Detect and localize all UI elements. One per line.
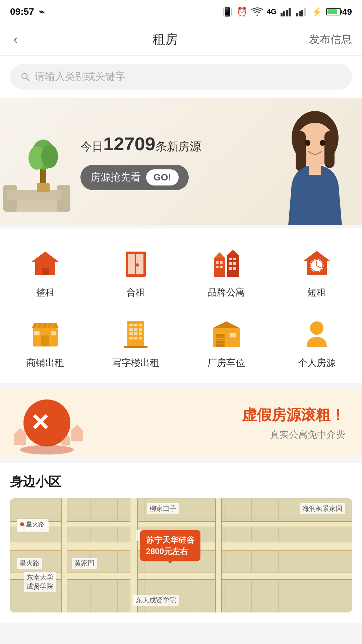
svg-rect-30	[128, 254, 135, 274]
map-pin[interactable]: 苏宁天华硅谷 2800元左右	[140, 530, 200, 561]
svg-rect-13	[7, 190, 62, 200]
brand-icon	[209, 247, 243, 280]
poi-xinghuolu: 星火路	[17, 519, 48, 530]
map-container[interactable]: 柳家口子 海润枫景家园 北斗大厦 首家园 星火路 黄家凹 东南大学成贤学院 东大…	[10, 498, 352, 612]
map-label-hairun: 海润枫景家园	[300, 503, 345, 514]
brand-label: 品牌公寓	[207, 286, 245, 299]
svg-rect-37	[216, 266, 219, 268]
svg-marker-75	[213, 321, 240, 328]
status-bar: 09:57 ⌁ 📳 ⏰ 4G	[0, 0, 362, 23]
vibrate-icon: 📳	[222, 7, 233, 17]
ad-title: 虚假房源滚粗！	[101, 405, 345, 425]
svg-rect-86	[71, 431, 83, 441]
signal-4g-icon: 4G	[267, 7, 277, 16]
svg-rect-69	[139, 332, 142, 335]
shortrent-icon	[300, 247, 334, 280]
svg-point-31	[136, 263, 139, 267]
svg-rect-35	[216, 261, 219, 264]
zhengzu-icon	[28, 247, 62, 280]
factory-label: 厂房车位	[207, 357, 245, 369]
svg-rect-4	[296, 13, 298, 16]
ad-subtitle: 真实公寓免中介费	[101, 428, 345, 441]
status-time: 09:57	[10, 6, 34, 17]
zhengzu-label: 整租	[36, 286, 55, 299]
svg-rect-57	[41, 335, 49, 346]
personal-label: 个人房源	[298, 357, 336, 369]
signal-bars-icon	[281, 7, 292, 16]
page-title: 租房	[153, 31, 178, 48]
svg-marker-85	[70, 425, 84, 431]
nearby-section: 身边小区 柳家口子 海润枫景家园 北斗大厦 首家园 星火路 黄家凹 东南大学成贤…	[0, 463, 362, 623]
svg-rect-38	[220, 266, 223, 268]
category-personal[interactable]: 个人房源	[272, 309, 362, 379]
map-pin-name: 苏宁天华硅谷	[146, 535, 194, 544]
svg-line-9	[26, 78, 29, 81]
usb-icon: ⌁	[39, 6, 45, 17]
svg-rect-70	[129, 337, 133, 339]
svg-rect-5	[299, 11, 301, 16]
banner-content: 今日 12709 条新房源 房源抢先看 GO!	[0, 133, 362, 190]
top-nav: ‹ 租房 发布信息	[0, 23, 362, 56]
back-button[interactable]: ‹	[10, 29, 21, 50]
svg-rect-63	[139, 324, 142, 326]
search-bar[interactable]: 请输入类别或关键字	[10, 64, 352, 90]
category-office[interactable]: 写字楼出租	[90, 309, 181, 379]
banner-prefix: 今日	[80, 139, 103, 154]
shortrent-label: 短租	[307, 286, 326, 299]
factory-icon	[209, 317, 243, 351]
battery-indicator: 49	[326, 7, 352, 17]
svg-rect-1	[283, 11, 285, 16]
category-zhengzu[interactable]: 整租	[0, 238, 90, 309]
banner: 今日 12709 条新房源 房源抢先看 GO!	[0, 98, 362, 225]
svg-rect-36	[220, 261, 223, 264]
category-brand[interactable]: 品牌公寓	[181, 238, 272, 309]
category-shortrent[interactable]: 短租	[272, 238, 362, 309]
svg-rect-62	[134, 324, 137, 326]
svg-rect-73	[124, 346, 147, 348]
svg-rect-2	[286, 10, 288, 16]
svg-rect-65	[134, 328, 137, 331]
category-grid: 整租 合租	[0, 238, 362, 379]
road-v2	[215, 498, 222, 612]
poi-dot-1	[20, 522, 24, 526]
search-bar-wrap: 请输入类别或关键字	[0, 56, 362, 98]
svg-rect-39	[229, 258, 232, 260]
svg-rect-81	[230, 333, 236, 337]
banner-cta-button[interactable]: 房源抢先看 GO!	[80, 165, 189, 190]
cta-text: 房源抢先看	[90, 170, 141, 184]
category-section: 整租 合租	[0, 228, 362, 383]
wifi-icon	[251, 7, 263, 16]
map-label-liujia: 柳家口子	[147, 503, 179, 514]
svg-point-93	[20, 445, 74, 454]
category-shop[interactable]: 商铺出租	[0, 309, 90, 379]
personal-icon	[300, 317, 334, 351]
map-background: 柳家口子 海润枫景家园 北斗大厦 首家园 星火路 黄家凹 东南大学成贤学院 东大…	[10, 498, 352, 612]
svg-rect-61	[129, 324, 133, 326]
battery-level: 49	[342, 7, 352, 17]
svg-marker-45	[214, 252, 225, 258]
ad-banner: ✕ 虚假房源滚粗！ 真实公寓免中介费	[0, 389, 362, 457]
banner-suffix: 条新房源	[156, 139, 201, 154]
svg-rect-43	[229, 267, 232, 270]
search-icon	[20, 72, 30, 82]
category-factory[interactable]: 厂房车位	[181, 309, 272, 379]
search-placeholder: 请输入类别或关键字	[35, 70, 125, 84]
svg-rect-44	[233, 267, 236, 270]
poi-label-1: 星火路	[26, 520, 44, 528]
go-button: GO!	[146, 169, 179, 185]
svg-rect-67	[129, 332, 133, 335]
svg-rect-0	[281, 13, 283, 16]
nearby-title: 身边小区	[10, 473, 352, 490]
status-left: 09:57 ⌁	[10, 6, 45, 17]
publish-button[interactable]: 发布信息	[309, 32, 352, 47]
office-label: 写字楼出租	[112, 357, 159, 369]
svg-rect-71	[134, 337, 137, 339]
svg-rect-72	[139, 337, 142, 339]
category-hezu[interactable]: 合租	[90, 238, 181, 309]
map-label-xinghuolu: 星火路	[17, 558, 42, 569]
svg-rect-68	[134, 332, 137, 335]
signal-bars2-icon	[296, 7, 307, 16]
ad-text: 虚假房源滚粗！ 真实公寓免中介费	[101, 405, 362, 441]
map-label-dongda: 东大成贤学院	[133, 595, 179, 606]
map-pin-price: 2800元左右	[146, 547, 188, 556]
